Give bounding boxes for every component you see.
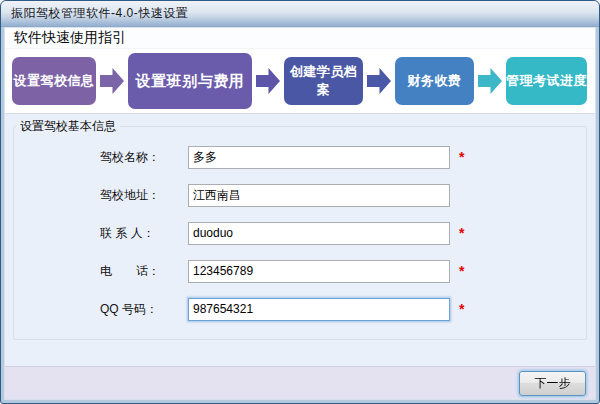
form-row-phone: 电 话： * <box>100 259 586 283</box>
contact-person-input[interactable] <box>188 222 450 245</box>
required-asterisk: * <box>459 301 469 317</box>
school-address-input[interactable] <box>188 184 450 207</box>
school-name-label: 驾校名称： <box>100 149 188 166</box>
arrow-right-icon <box>100 68 124 94</box>
school-info-groupbox: 设置驾校基本信息 驾校名称： * 驾校地址： 联 系 人： * <box>13 118 587 340</box>
app-window: 振阳驾校管理软件-4.0-快速设置 软件快速使用指引 设置驾校信息 设置班别与费… <box>0 0 600 404</box>
form-row-qq-number: QQ 号码： * <box>100 297 586 321</box>
step-box-create-student-files: 创建学员档案 <box>284 57 363 105</box>
form-row-school-address: 驾校地址： <box>100 183 586 207</box>
qq-number-input[interactable] <box>188 298 450 321</box>
title-bar: 振阳驾校管理软件-4.0-快速设置 <box>1 1 599 27</box>
step-box-setup-classes-fees: 设置班别与费用 <box>128 53 252 109</box>
guide-header: 软件快速使用指引 <box>5 28 595 49</box>
school-address-label: 驾校地址： <box>100 187 188 204</box>
arrow-right-icon <box>256 68 280 94</box>
contact-person-label: 联 系 人： <box>100 225 188 242</box>
required-asterisk: * <box>459 149 469 165</box>
arrow-right-icon <box>478 68 502 94</box>
section-title: 设置驾校基本信息 <box>16 118 120 135</box>
step-box-manage-exam-progress: 管理考试进度 <box>506 57 587 105</box>
step-box-finance-charges: 财务收费 <box>395 57 474 105</box>
school-name-input[interactable] <box>188 146 450 169</box>
phone-label: 电 话： <box>100 263 188 280</box>
form-panel: 设置驾校基本信息 驾校名称： * 驾校地址： 联 系 人： * <box>5 113 595 399</box>
client-area: 软件快速使用指引 设置驾校信息 设置班别与费用 创建学员档案 财务收费 管理考试… <box>4 27 596 400</box>
phone-input[interactable] <box>188 260 450 283</box>
required-asterisk: * <box>459 225 469 241</box>
guide-title: 软件快速使用指引 <box>14 29 126 47</box>
wizard-step-flow: 设置驾校信息 设置班别与费用 创建学员档案 财务收费 管理考试进度 <box>5 49 595 113</box>
required-asterisk: * <box>459 263 469 279</box>
form-row-contact-person: 联 系 人： * <box>100 221 586 245</box>
qq-number-label: QQ 号码： <box>100 301 188 318</box>
step-box-setup-school-info: 设置驾校信息 <box>12 57 96 105</box>
form-row-school-name: 驾校名称： * <box>100 145 586 169</box>
window-title: 振阳驾校管理软件-4.0-快速设置 <box>11 5 188 22</box>
footer-button-bar: 下一步 <box>5 366 595 399</box>
next-step-button[interactable]: 下一步 <box>519 371 586 396</box>
arrow-right-icon <box>367 68 391 94</box>
